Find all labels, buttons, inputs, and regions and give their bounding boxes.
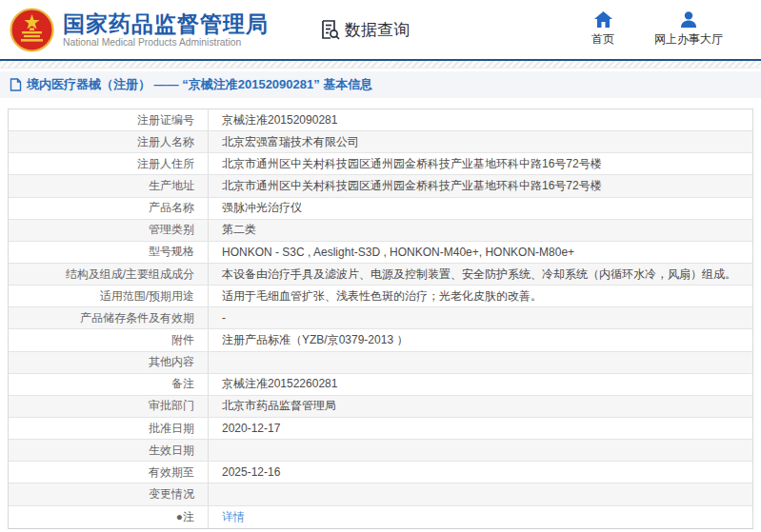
document-icon <box>10 78 22 91</box>
data-query-title[interactable]: 数据查询 <box>318 18 410 41</box>
row-value: 京械注准20152090281 <box>209 109 752 130</box>
details-link[interactable]: 详情 <box>222 509 245 525</box>
table-row: ●注详情 <box>9 506 752 528</box>
row-value: 第二类 <box>209 220 752 241</box>
table-row: 附件注册产品标准（YZB/京0379-2013 ） <box>9 329 752 351</box>
breadcrumb-text: 境内医疗器械（注册） —— “京械注准20152090281” 基本信息 <box>27 76 372 93</box>
hatch-strip <box>0 61 761 69</box>
national-emblem-icon <box>10 8 54 52</box>
row-label: 其他内容 <box>9 352 209 373</box>
table-row: 生产地址北京市通州区中关村科技园区通州园金桥科技产业基地环科中路16号72号楼 <box>9 175 752 197</box>
row-label: 管理类别 <box>9 220 209 241</box>
row-value: - <box>209 307 752 328</box>
row-label: ●注 <box>9 506 209 528</box>
row-value: 注册产品标准（YZB/京0379-2013 ） <box>209 329 752 350</box>
row-value: 北京市通州区中关村科技园区通州园金桥科技产业基地环科中路16号72号楼 <box>209 175 752 196</box>
row-label: 附件 <box>9 329 209 350</box>
row-value: 2020-12-17 <box>209 418 752 439</box>
nav-item-home[interactable]: 首页 <box>591 11 614 48</box>
table-row: 结构及组成/主要组成成分本设备由治疗手具及滤波片、电源及控制装置、安全防护系统、… <box>9 264 752 286</box>
nav-item-service-hall[interactable]: 网上办事大厅 <box>654 11 723 48</box>
agency-title-block: 国家药品监督管理局 National Medical Products Admi… <box>63 11 269 48</box>
row-label: 变更情况 <box>9 483 209 504</box>
row-label: 型号规格 <box>9 242 209 263</box>
table-row: 注册人住所北京市通州区中关村科技园区通州园金桥科技产业基地环科中路16号72号楼 <box>9 153 752 175</box>
table-row: 注册证编号京械注准20152090281 <box>9 109 752 131</box>
table-row: 其他内容 <box>9 352 752 374</box>
row-label: 生产地址 <box>9 175 209 196</box>
row-label: 产品名称 <box>9 198 209 219</box>
row-value: HONKON - S3C , Aeslight-S3D , HONKON-M40… <box>209 242 752 263</box>
agency-name-cn: 国家药品监督管理局 <box>63 11 269 36</box>
row-value <box>209 440 752 461</box>
row-label: 产品储存条件及有效期 <box>9 307 209 328</box>
nav-label-home: 首页 <box>591 31 614 48</box>
row-label: 结构及组成/主要组成成分 <box>9 264 209 285</box>
table-row: 注册人名称北京宏强富瑞技术有限公司 <box>9 131 752 153</box>
row-value <box>209 352 752 373</box>
table-row: 有效期至2025-12-16 <box>9 462 752 483</box>
row-value: 北京宏强富瑞技术有限公司 <box>209 131 752 152</box>
breadcrumb: 境内医疗器械（注册） —— “京械注准20152090281” 基本信息 <box>0 71 761 98</box>
table-row: 变更情况 <box>9 483 752 505</box>
row-label: 注册人名称 <box>9 131 209 152</box>
table-row: 管理类别第二类 <box>9 220 752 242</box>
row-label: 适用范围/预期用途 <box>9 286 209 306</box>
row-label: 生效日期 <box>9 440 209 461</box>
home-icon <box>594 11 612 28</box>
row-label: 备注 <box>9 374 209 395</box>
table-row: 适用范围/预期用途适用于毛细血管扩张、浅表性色斑的治疗；光老化皮肤的改善。 <box>9 286 752 307</box>
nav-label-service-hall: 网上办事大厅 <box>654 31 723 48</box>
row-value <box>209 483 752 504</box>
row-value: 京械注准20152260281 <box>209 374 752 395</box>
row-value: 强脉冲光治疗仪 <box>209 198 752 219</box>
data-query-label: 数据查询 <box>345 19 410 41</box>
row-value: 本设备由治疗手具及滤波片、电源及控制装置、安全防护系统、冷却系统（内循环水冷，风… <box>209 264 752 285</box>
row-value: 北京市药品监督管理局 <box>209 396 752 417</box>
row-value: 北京市通州区中关村科技园区通州园金桥科技产业基地环科中路16号72号楼 <box>209 153 752 174</box>
row-label: 有效期至 <box>9 462 209 483</box>
document-search-icon <box>318 18 341 41</box>
registration-info-table: 注册证编号京械注准20152090281注册人名称北京宏强富瑞技术有限公司注册人… <box>8 108 753 529</box>
agency-name-en: National Medical Products Administration <box>63 37 269 48</box>
page-header: 国家药品监督管理局 National Medical Products Admi… <box>0 0 761 59</box>
table-row: 审批部门北京市药品监督管理局 <box>9 396 752 418</box>
table-row: 批准日期2020-12-17 <box>9 418 752 440</box>
row-label: 审批部门 <box>9 396 209 417</box>
top-nav: 首页 网上办事大厅 <box>591 11 740 48</box>
table-row: 生效日期 <box>9 440 752 462</box>
row-value: 详情 <box>209 506 752 528</box>
row-label: 注册人住所 <box>9 153 209 174</box>
table-row: 产品储存条件及有效期- <box>9 307 752 329</box>
row-value: 适用于毛细血管扩张、浅表性色斑的治疗；光老化皮肤的改善。 <box>209 286 752 306</box>
table-row: 产品名称强脉冲光治疗仪 <box>9 198 752 220</box>
table-row: 备注京械注准20152260281 <box>9 374 752 396</box>
table-row: 型号规格HONKON - S3C , Aeslight-S3D , HONKON… <box>9 242 752 264</box>
row-label: 注册证编号 <box>9 109 209 130</box>
row-label: 批准日期 <box>9 418 209 439</box>
row-value: 2025-12-16 <box>209 462 752 483</box>
person-icon <box>680 11 697 28</box>
